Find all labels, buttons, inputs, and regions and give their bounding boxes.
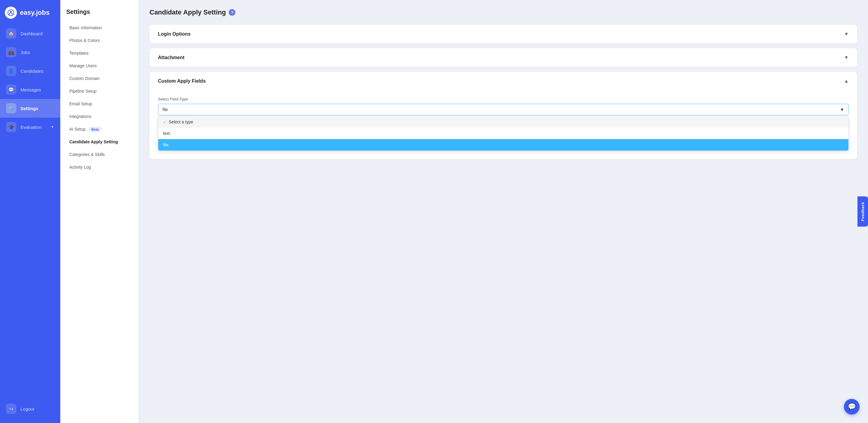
login-options-chevron-down-icon: ▼ <box>844 31 849 37</box>
help-icon[interactable]: ? <box>229 9 236 16</box>
select-chevron-down-icon: ▼ <box>840 107 844 112</box>
attachment-accordion: Attachment ▼ <box>150 48 857 67</box>
settings-panel: Settings Basic Information Photos & Colo… <box>60 0 138 423</box>
candidates-icon: 👤 <box>6 66 16 76</box>
option-select-a-type[interactable]: ✓ Select a type <box>158 116 848 128</box>
login-options-accordion: Login Options ▼ <box>150 25 857 44</box>
settings-nav-integrations[interactable]: Integrations <box>66 110 133 123</box>
option-label-select-a-type: Select a type <box>169 119 193 124</box>
sidebar: easy.jobs 🏠 Dashboard 💼 Jobs 👤 Candidate… <box>0 0 60 423</box>
svg-point-1 <box>10 11 12 13</box>
sidebar-item-evaluation[interactable]: 🎓 Evaluation ▼ <box>0 118 60 136</box>
field-type-label: Select Field Type <box>158 97 849 102</box>
logout-button[interactable]: ↪ Logout <box>5 399 56 418</box>
attachment-header[interactable]: Attachment ▼ <box>150 48 857 67</box>
check-icon: ✓ <box>163 120 166 124</box>
logout-label: Logout <box>21 406 34 412</box>
settings-nav-manage-users[interactable]: Manage Users <box>66 59 133 72</box>
logo-icon <box>5 7 17 19</box>
select-current-value: file <box>162 107 168 112</box>
custom-apply-fields-accordion: Custom Apply Fields ▲ Select Field Type … <box>150 72 857 159</box>
custom-apply-fields-header[interactable]: Custom Apply Fields ▲ <box>150 72 857 91</box>
sidebar-bottom: ↪ Logout <box>0 395 60 423</box>
settings-nav-pipeline-setup[interactable]: Pipeline Setup <box>66 85 133 97</box>
custom-apply-fields-chevron-up-icon: ▲ <box>844 79 849 84</box>
login-options-header[interactable]: Login Options ▼ <box>150 25 857 44</box>
field-type-select[interactable]: file ▼ <box>158 104 849 115</box>
settings-panel-title: Settings <box>66 8 133 16</box>
settings-nav-photos-colors[interactable]: Photos & Colors <box>66 34 133 47</box>
page-header: Candidate Apply Setting ? <box>150 8 857 16</box>
settings-nav-categories-skills[interactable]: Categories & Skills <box>66 148 133 161</box>
content-area: Candidate Apply Setting ? Login Options … <box>138 0 868 423</box>
sidebar-label-jobs: Jobs <box>21 50 54 55</box>
option-label-file: file <box>163 142 168 147</box>
chevron-down-icon: ▼ <box>51 125 54 129</box>
sidebar-label-dashboard: Dashboard <box>21 31 54 36</box>
sidebar-label-evaluation: Evaluation <box>21 124 46 130</box>
option-text[interactable]: text <box>158 128 848 139</box>
sidebar-item-settings[interactable]: ⚙️ Settings <box>0 99 60 118</box>
app-logo[interactable]: easy.jobs <box>0 0 60 24</box>
settings-nav-templates[interactable]: Templates <box>66 47 133 59</box>
custom-apply-fields-label: Custom Apply Fields <box>158 79 206 84</box>
messages-icon: 💬 <box>6 84 16 95</box>
settings-nav-activity-log[interactable]: Activity Log <box>66 161 133 173</box>
settings-icon: ⚙️ <box>6 103 16 113</box>
page-title: Candidate Apply Setting <box>150 8 226 16</box>
dashboard-icon: 🏠 <box>6 28 16 38</box>
option-label-text: text <box>163 131 170 136</box>
sidebar-item-dashboard[interactable]: 🏠 Dashboard <box>0 24 60 43</box>
sidebar-item-messages[interactable]: 💬 Messages <box>0 80 60 99</box>
feedback-label[interactable]: Feedback <box>858 196 868 227</box>
jobs-icon: 💼 <box>6 47 16 57</box>
sidebar-item-jobs[interactable]: 💼 Jobs <box>0 43 60 61</box>
app-name: easy.jobs <box>20 9 50 17</box>
sidebar-item-candidates[interactable]: 👤 Candidates <box>0 61 60 80</box>
attachment-chevron-down-icon: ▼ <box>844 55 849 60</box>
option-file[interactable]: file <box>158 139 848 150</box>
sidebar-nav: 🏠 Dashboard 💼 Jobs 👤 Candidates 💬 Messag… <box>0 24 60 395</box>
chat-icon: 💬 <box>848 403 856 411</box>
main-area: Settings Basic Information Photos & Colo… <box>60 0 868 423</box>
settings-nav-email-setup[interactable]: Email Setup <box>66 97 133 110</box>
login-options-label: Login Options <box>158 31 190 37</box>
beta-badge: Beta <box>89 127 102 132</box>
feedback-tab[interactable]: Feedback <box>858 196 868 227</box>
custom-fields-body: Select Field Type file ▼ ✓ Select a type <box>150 91 857 159</box>
sidebar-label-settings: Settings <box>21 106 54 111</box>
settings-nav-ai-setup[interactable]: AI Setup Beta <box>66 123 133 136</box>
settings-nav-custom-domain[interactable]: Custom Domain <box>66 72 133 85</box>
evaluation-icon: 🎓 <box>6 122 16 132</box>
logout-icon: ↪ <box>6 404 16 414</box>
settings-nav-basic-information[interactable]: Basic Information <box>66 22 133 34</box>
chat-bubble-button[interactable]: 💬 <box>844 399 860 415</box>
field-type-select-wrapper: file ▼ ✓ Select a type text file <box>158 104 849 115</box>
attachment-label: Attachment <box>158 55 184 60</box>
settings-nav-candidate-apply-setting[interactable]: Candidate Apply Setting <box>66 136 133 148</box>
sidebar-label-candidates: Candidates <box>21 68 54 74</box>
sidebar-label-messages: Messages <box>21 87 54 92</box>
field-type-dropdown: ✓ Select a type text file <box>158 116 849 151</box>
